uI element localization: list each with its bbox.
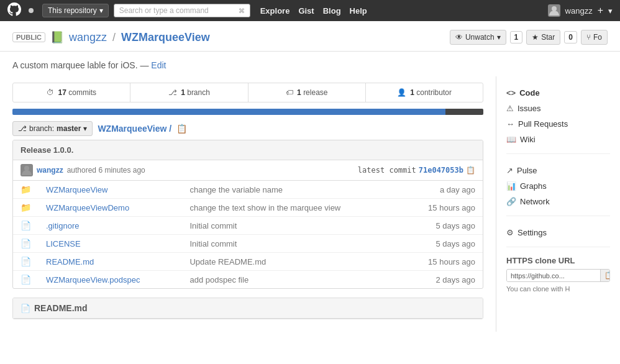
language-bar-primary	[12, 109, 445, 115]
file-table: 📁 WZMarqueeView change the variable name…	[13, 181, 483, 288]
branch-label: branch:	[29, 124, 54, 133]
graphs-label: Graphs	[520, 181, 547, 191]
branches-stat[interactable]: ⎇ 1 branch	[130, 83, 248, 102]
release-label: release	[303, 88, 327, 97]
settings-icon: ⚙	[506, 228, 514, 237]
sidebar-item-issues[interactable]: ⚠ Issues	[506, 101, 610, 116]
clone-section: HTTPS clone URL 📋 You can clone with H	[506, 247, 610, 299]
help-link[interactable]: Help	[350, 6, 367, 16]
branch-selector-button[interactable]: ⎇ branch: master ▾	[12, 121, 93, 136]
dropdown-arrow-icon: ▾	[99, 6, 103, 15]
sidebar-code-section: <> Code ⚠ Issues ↔ Pull Requests 📖 Wiki	[506, 76, 610, 154]
file-icon: 📄	[21, 257, 31, 266]
fork-icon: ⑂	[586, 33, 591, 42]
unwatch-label: Unwatch	[465, 33, 495, 42]
eye-icon: 👁	[455, 33, 463, 42]
clone-url-input[interactable]	[507, 270, 600, 281]
contributors-stat[interactable]: 👤 1 contributor	[366, 83, 483, 102]
nav-links: Explore Gist Blog Help	[260, 6, 367, 16]
sidebar-admin-section: ⚙ Settings	[506, 216, 610, 247]
clone-title: HTTPS clone URL	[506, 256, 610, 265]
sidebar-item-network[interactable]: 🔗 Network	[506, 194, 610, 209]
file-message: change the variable name	[182, 181, 401, 199]
sidebar-item-pulse[interactable]: ↗ Pulse	[506, 163, 610, 178]
description-text: A custom marquee lable for iOS.	[12, 60, 138, 70]
this-repository-button[interactable]: This repository ▾	[42, 4, 109, 17]
sidebar-item-wiki[interactable]: 📖 Wiki	[506, 132, 610, 147]
repo-btn-label: This repository	[48, 6, 97, 15]
github-logo-icon[interactable]	[7, 2, 21, 19]
file-name-link[interactable]: WZMarqueeView	[46, 185, 107, 194]
repo-owner-link[interactable]: wangzz	[69, 31, 107, 43]
network-icon: 🔗	[506, 197, 516, 206]
sidebar-stats-section: ↗ Pulse 📊 Graphs 🔗 Network	[506, 154, 610, 216]
repo-description: A custom marquee lable for iOS. — Edit	[0, 52, 620, 76]
copy-url-button[interactable]: 📋	[600, 270, 610, 281]
sidebar-item-pullrequests[interactable]: ↔ Pull Requests	[506, 116, 610, 132]
contributor-label: contributor	[416, 88, 452, 97]
settings-label: Settings	[517, 228, 547, 237]
file-name-link[interactable]: .gitignore	[46, 221, 79, 230]
unwatch-button[interactable]: 👁 Unwatch ▾	[450, 30, 506, 45]
network-label: Network	[520, 197, 550, 206]
sidebar-item-graphs[interactable]: 📊 Graphs	[506, 178, 610, 194]
file-name-link[interactable]: WZMarqueeViewDemo	[46, 203, 129, 212]
commit-meta-row: wangzz authored 6 minutes ago latest com…	[13, 160, 483, 181]
clipboard-icon[interactable]: 📋	[466, 166, 475, 175]
commit-hash-link[interactable]: 71e047053b	[419, 166, 463, 175]
file-icon: 📄	[21, 239, 31, 248]
plus-icon[interactable]: +	[598, 5, 603, 16]
readme-header: 📄 README.md	[13, 298, 483, 319]
sidebar-item-code[interactable]: <> Code	[506, 85, 610, 101]
gist-link[interactable]: Gist	[298, 6, 314, 16]
file-name-link[interactable]: WZMarqueeView.podspec	[46, 275, 140, 284]
file-icon: 📄	[21, 275, 31, 284]
commit-author-info: wangzz authored 6 minutes ago	[21, 164, 145, 176]
star-button[interactable]: ★ Star	[526, 30, 560, 45]
release-count: 1	[297, 88, 301, 97]
branch-count: 1	[181, 88, 185, 97]
sidebar-item-settings[interactable]: ⚙ Settings	[506, 225, 610, 240]
issues-label: Issues	[517, 104, 541, 113]
file-name-link[interactable]: LICENSE	[46, 239, 81, 248]
file-time: 2 days ago	[401, 271, 483, 289]
releases-stat[interactable]: 🏷 1 release	[248, 83, 366, 102]
visibility-badge: PUBLIC	[12, 32, 45, 42]
file-browser-header: ⎇ branch: master ▾ WZMarqueeView / 📋	[12, 121, 483, 136]
code-icon: <>	[506, 88, 516, 98]
blog-link[interactable]: Blog	[323, 6, 341, 16]
readme-title: README.md	[34, 303, 88, 313]
copy-path-icon[interactable]: 📋	[176, 124, 187, 134]
dropdown-icon[interactable]: ▾	[608, 6, 613, 16]
action-buttons: 👁 Unwatch ▾ 1 ★ Star 0 ⑂ Fo	[450, 30, 608, 45]
search-placeholder: Search or type a command	[119, 6, 209, 15]
wiki-label: Wiki	[520, 135, 536, 144]
pr-label: Pull Requests	[518, 119, 568, 129]
svg-point-0	[552, 6, 557, 11]
avatar	[548, 4, 560, 17]
author-link[interactable]: wangzz	[37, 166, 63, 175]
search-input[interactable]: Search or type a command ⌘	[114, 4, 250, 17]
table-row: 📁 WZMarqueeViewDemo change the text show…	[13, 199, 483, 217]
breadcrumb-repo-link[interactable]: WZMarqueeView	[98, 124, 166, 134]
username[interactable]: wangzz	[565, 6, 593, 16]
file-time: a day ago	[401, 181, 483, 199]
file-message: Initial commit	[182, 235, 401, 253]
tag-icon: 🏷	[286, 88, 293, 97]
pulse-icon: ↗	[506, 166, 513, 175]
explore-link[interactable]: Explore	[260, 6, 290, 16]
branch-name: master	[57, 124, 81, 133]
file-name-link[interactable]: README.md	[46, 257, 94, 266]
edit-description-link[interactable]: Edit	[151, 60, 166, 70]
main-layout: ⏱ 17 commits ⎇ 1 branch 🏷 1 release 👤 1 …	[0, 76, 620, 332]
commits-stat[interactable]: ⏱ 17 commits	[13, 83, 130, 102]
language-progress-bar	[12, 109, 483, 115]
graphs-icon: 📊	[506, 181, 516, 191]
table-row: 📄 README.md Update README.md 15 hours ag…	[13, 253, 483, 271]
repo-title: wangzz / WZMarqueeView	[69, 31, 210, 44]
dropdown-icon: ▾	[83, 124, 87, 133]
repo-name-link[interactable]: WZMarqueeView	[121, 31, 210, 43]
file-icon: 📄	[21, 221, 31, 230]
file-message: add podspec file	[182, 271, 401, 289]
fork-button[interactable]: ⑂ Fo	[581, 30, 608, 45]
